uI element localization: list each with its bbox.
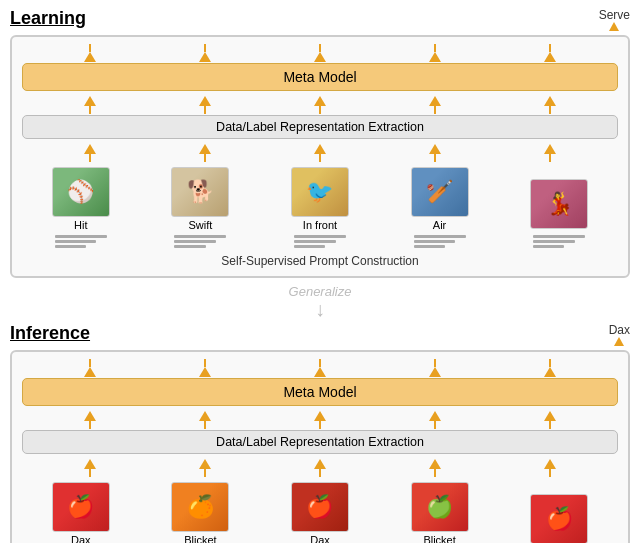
image-infront: 🐦 xyxy=(291,167,349,217)
arrows-to-meta xyxy=(22,43,618,63)
image-cricket: 🏏 xyxy=(411,167,469,217)
image-apple1: 🍎 xyxy=(52,482,110,532)
inference-arrows-repr-imgs xyxy=(22,458,618,478)
inference-repr-bar: Data/Label Representation Extraction xyxy=(22,430,618,454)
list-item: ⚾ Hit xyxy=(52,167,110,248)
dax-output-label: Dax xyxy=(609,323,630,346)
list-item: 🐕 Swift xyxy=(171,167,229,248)
image-apple4: 🍎 xyxy=(530,494,588,543)
label-infront: In front xyxy=(303,219,337,231)
generalize-section: Generalize ↓ xyxy=(10,278,630,323)
generalize-arrow: ↓ xyxy=(10,299,630,319)
inf-label-dax1: Dax xyxy=(71,534,91,543)
inf-label-dax2: Dax xyxy=(310,534,330,543)
learning-images-row: ⚾ Hit 🐕 Swift 🐦 In front 🏏 Air xyxy=(22,163,618,250)
list-item: 🏏 Air xyxy=(411,167,469,248)
serve-arrow xyxy=(609,22,619,31)
inference-images-row: 🍎 Dax 🍊 Blicket 🍎 Dax 🍏 Blicket xyxy=(22,478,618,543)
inference-box: Meta Model Data/Label Representation Ext… xyxy=(10,350,630,543)
learning-title: Learning xyxy=(10,8,630,29)
inf-label-blicket1: Blicket xyxy=(184,534,216,543)
inf-label-blicket2: Blicket xyxy=(423,534,455,543)
image-apple3: 🍏 xyxy=(411,482,469,532)
learning-box: Meta Model Data/Label Representation Ext… xyxy=(10,35,630,278)
inference-title: Inference xyxy=(10,323,630,344)
dax-arrow xyxy=(614,337,624,346)
image-apple2: 🍎 xyxy=(291,482,349,532)
generalize-text: Generalize xyxy=(10,284,630,299)
image-dancer: 💃 xyxy=(530,179,588,229)
inference-arrows-meta-repr xyxy=(22,410,618,430)
serve-label: Serve xyxy=(599,8,630,31)
list-item: 🍏 Blicket xyxy=(411,482,469,543)
image-baseball: ⚾ xyxy=(52,167,110,217)
list-item: 🍎 Dax xyxy=(52,482,110,543)
image-orange: 🍊 xyxy=(171,482,229,532)
image-dog: 🐕 xyxy=(171,167,229,217)
list-item: 🐦 In front xyxy=(291,167,349,248)
list-item: 🍎 Dax xyxy=(291,482,349,543)
list-item: 🍎 xyxy=(530,494,588,543)
inference-meta-model: Meta Model xyxy=(22,378,618,406)
arrows-repr-imgs xyxy=(22,143,618,163)
learning-meta-model: Meta Model xyxy=(22,63,618,91)
label-hit: Hit xyxy=(74,219,87,231)
list-item: 💃 xyxy=(530,179,588,248)
label-air: Air xyxy=(433,219,446,231)
list-item: 🍊 Blicket xyxy=(171,482,229,543)
inference-arrows-to-meta xyxy=(22,358,618,378)
label-swift: Swift xyxy=(188,219,212,231)
learning-repr-bar: Data/Label Representation Extraction xyxy=(22,115,618,139)
learning-caption: Self-Supervised Prompt Construction xyxy=(22,254,618,268)
arrows-meta-repr xyxy=(22,95,618,115)
